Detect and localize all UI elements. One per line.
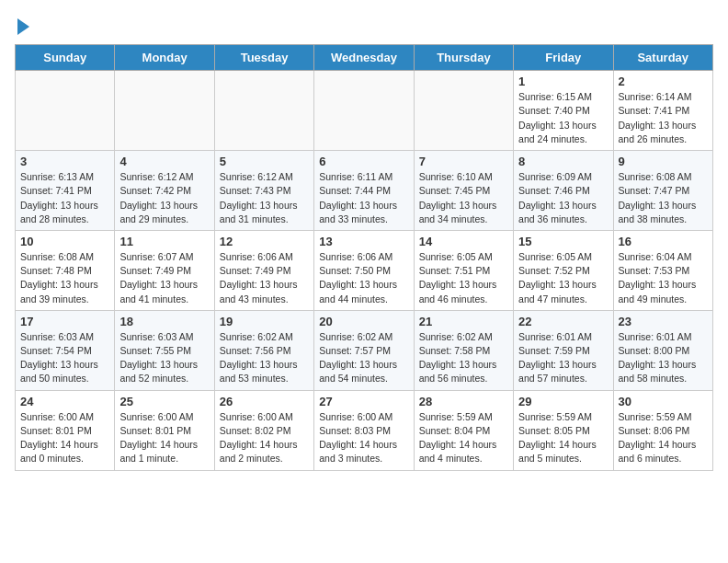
calendar-cell: 7Sunrise: 6:10 AM Sunset: 7:45 PM Daylig… [414, 151, 513, 231]
day-number: 22 [518, 315, 608, 328]
weekday-header-saturday: Saturday [613, 45, 712, 71]
calendar-cell: 24Sunrise: 6:00 AM Sunset: 8:01 PM Dayli… [16, 390, 115, 470]
day-number: 23 [619, 315, 708, 328]
calendar-cell: 27Sunrise: 6:00 AM Sunset: 8:03 PM Dayli… [314, 390, 414, 470]
calendar-cell: 8Sunrise: 6:09 AM Sunset: 7:46 PM Daylig… [514, 151, 613, 231]
calendar-cell [16, 71, 115, 151]
day-number: 26 [220, 395, 309, 408]
calendar-week-4: 17Sunrise: 6:03 AM Sunset: 7:54 PM Dayli… [16, 310, 713, 390]
calendar-cell [115, 71, 214, 151]
day-number: 2 [619, 75, 708, 88]
calendar-cell: 16Sunrise: 6:04 AM Sunset: 7:53 PM Dayli… [613, 230, 712, 310]
day-number: 4 [119, 155, 209, 168]
day-number: 30 [619, 395, 708, 408]
day-info: Sunrise: 6:13 AM Sunset: 7:41 PM Dayligh… [20, 170, 109, 226]
day-number: 28 [419, 395, 508, 408]
weekday-header-monday: Monday [115, 45, 214, 71]
calendar-body: 1Sunrise: 6:15 AM Sunset: 7:40 PM Daylig… [16, 71, 713, 470]
calendar-cell: 25Sunrise: 6:00 AM Sunset: 8:01 PM Dayli… [115, 390, 214, 470]
calendar-cell: 10Sunrise: 6:08 AM Sunset: 7:48 PM Dayli… [16, 230, 115, 310]
calendar-cell [314, 71, 414, 151]
day-info: Sunrise: 6:08 AM Sunset: 7:48 PM Dayligh… [20, 250, 109, 306]
day-info: Sunrise: 6:12 AM Sunset: 7:43 PM Dayligh… [220, 170, 309, 226]
day-info: Sunrise: 6:07 AM Sunset: 7:49 PM Dayligh… [119, 250, 209, 306]
calendar-cell: 29Sunrise: 5:59 AM Sunset: 8:05 PM Dayli… [514, 390, 613, 470]
day-info: Sunrise: 6:15 AM Sunset: 7:40 PM Dayligh… [518, 90, 608, 146]
calendar-cell: 20Sunrise: 6:02 AM Sunset: 7:57 PM Dayli… [314, 310, 414, 390]
day-info: Sunrise: 6:02 AM Sunset: 7:58 PM Dayligh… [419, 330, 508, 386]
day-number: 13 [319, 235, 408, 248]
day-info: Sunrise: 6:00 AM Sunset: 8:01 PM Dayligh… [119, 410, 209, 466]
calendar-cell: 2Sunrise: 6:14 AM Sunset: 7:41 PM Daylig… [613, 71, 712, 151]
header-row: SundayMondayTuesdayWednesdayThursdayFrid… [16, 45, 713, 71]
weekday-header-thursday: Thursday [414, 45, 513, 71]
day-info: Sunrise: 6:03 AM Sunset: 7:55 PM Dayligh… [119, 330, 209, 386]
day-info: Sunrise: 6:01 AM Sunset: 8:00 PM Dayligh… [619, 330, 708, 386]
day-info: Sunrise: 5:59 AM Sunset: 8:04 PM Dayligh… [419, 410, 508, 466]
calendar-cell: 14Sunrise: 6:05 AM Sunset: 7:51 PM Dayli… [414, 230, 513, 310]
day-info: Sunrise: 6:04 AM Sunset: 7:53 PM Dayligh… [619, 250, 708, 306]
calendar-cell [214, 71, 313, 151]
calendar-cell: 4Sunrise: 6:12 AM Sunset: 7:42 PM Daylig… [115, 151, 214, 231]
day-info: Sunrise: 6:08 AM Sunset: 7:47 PM Dayligh… [619, 170, 708, 226]
day-number: 7 [419, 155, 508, 168]
day-info: Sunrise: 6:02 AM Sunset: 7:56 PM Dayligh… [220, 330, 309, 386]
day-number: 24 [20, 395, 109, 408]
calendar-cell: 15Sunrise: 6:05 AM Sunset: 7:52 PM Dayli… [514, 230, 613, 310]
calendar-header: SundayMondayTuesdayWednesdayThursdayFrid… [16, 45, 713, 71]
weekday-header-wednesday: Wednesday [314, 45, 414, 71]
day-number: 10 [20, 235, 109, 248]
day-number: 11 [119, 235, 209, 248]
day-info: Sunrise: 5:59 AM Sunset: 8:05 PM Dayligh… [518, 410, 608, 466]
day-number: 9 [619, 155, 708, 168]
day-number: 3 [20, 155, 109, 168]
day-info: Sunrise: 6:12 AM Sunset: 7:42 PM Dayligh… [119, 170, 209, 226]
calendar-cell: 11Sunrise: 6:07 AM Sunset: 7:49 PM Dayli… [115, 230, 214, 310]
calendar-cell: 18Sunrise: 6:03 AM Sunset: 7:55 PM Dayli… [115, 310, 214, 390]
day-number: 6 [319, 155, 408, 168]
day-number: 5 [220, 155, 309, 168]
day-info: Sunrise: 6:10 AM Sunset: 7:45 PM Dayligh… [419, 170, 508, 226]
day-number: 12 [220, 235, 309, 248]
day-info: Sunrise: 6:00 AM Sunset: 8:01 PM Dayligh… [20, 410, 109, 466]
calendar-cell: 5Sunrise: 6:12 AM Sunset: 7:43 PM Daylig… [214, 151, 313, 231]
day-info: Sunrise: 6:05 AM Sunset: 7:52 PM Dayligh… [518, 250, 608, 306]
day-number: 15 [518, 235, 608, 248]
calendar-cell: 22Sunrise: 6:01 AM Sunset: 7:59 PM Dayli… [514, 310, 613, 390]
calendar-cell [414, 71, 513, 151]
calendar-cell: 12Sunrise: 6:06 AM Sunset: 7:49 PM Dayli… [214, 230, 313, 310]
calendar-cell: 23Sunrise: 6:01 AM Sunset: 8:00 PM Dayli… [613, 310, 712, 390]
calendar-cell: 30Sunrise: 5:59 AM Sunset: 8:06 PM Dayli… [613, 390, 712, 470]
day-number: 1 [518, 75, 608, 88]
calendar-week-2: 3Sunrise: 6:13 AM Sunset: 7:41 PM Daylig… [16, 151, 713, 231]
calendar-week-1: 1Sunrise: 6:15 AM Sunset: 7:40 PM Daylig… [16, 71, 713, 151]
day-number: 16 [619, 235, 708, 248]
day-info: Sunrise: 6:06 AM Sunset: 7:50 PM Dayligh… [319, 250, 408, 306]
calendar-cell: 28Sunrise: 5:59 AM Sunset: 8:04 PM Dayli… [414, 390, 513, 470]
logo-arrow-icon [17, 17, 29, 35]
day-number: 27 [319, 395, 408, 408]
day-info: Sunrise: 6:14 AM Sunset: 7:41 PM Dayligh… [619, 90, 708, 146]
day-info: Sunrise: 5:59 AM Sunset: 8:06 PM Dayligh… [619, 410, 708, 466]
calendar-cell: 6Sunrise: 6:11 AM Sunset: 7:44 PM Daylig… [314, 151, 414, 231]
day-number: 14 [419, 235, 508, 248]
header [15, 15, 713, 37]
page-container: SundayMondayTuesdayWednesdayThursdayFrid… [0, 0, 728, 480]
calendar-cell: 19Sunrise: 6:02 AM Sunset: 7:56 PM Dayli… [214, 310, 313, 390]
weekday-header-sunday: Sunday [16, 45, 115, 71]
day-number: 8 [518, 155, 608, 168]
calendar-cell: 21Sunrise: 6:02 AM Sunset: 7:58 PM Dayli… [414, 310, 513, 390]
day-number: 21 [419, 315, 508, 328]
day-number: 19 [220, 315, 309, 328]
day-info: Sunrise: 6:03 AM Sunset: 7:54 PM Dayligh… [20, 330, 109, 386]
day-info: Sunrise: 6:11 AM Sunset: 7:44 PM Dayligh… [319, 170, 408, 226]
day-number: 29 [518, 395, 608, 408]
calendar-cell: 17Sunrise: 6:03 AM Sunset: 7:54 PM Dayli… [16, 310, 115, 390]
day-info: Sunrise: 6:06 AM Sunset: 7:49 PM Dayligh… [220, 250, 309, 306]
logo [15, 15, 29, 37]
calendar-cell: 13Sunrise: 6:06 AM Sunset: 7:50 PM Dayli… [314, 230, 414, 310]
day-info: Sunrise: 6:00 AM Sunset: 8:03 PM Dayligh… [319, 410, 408, 466]
day-number: 17 [20, 315, 109, 328]
weekday-header-friday: Friday [514, 45, 613, 71]
day-number: 20 [319, 315, 408, 328]
